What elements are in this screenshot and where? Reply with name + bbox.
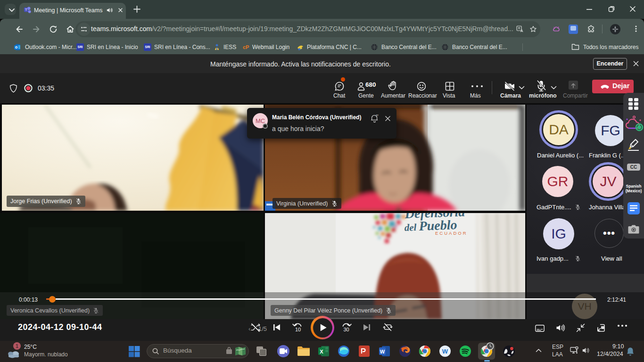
svg-text:W: W [442,348,448,355]
svg-text:30: 30 [344,327,349,332]
svg-text:X: X [320,349,323,354]
svg-text:W: W [380,349,385,354]
svg-text:T: T [25,8,27,12]
svg-text:10: 10 [295,327,301,332]
svg-text:o: o [15,45,17,49]
svg-text:z: z [377,114,379,116]
svg-text:ECUADOR: ECUADOR [435,230,468,236]
